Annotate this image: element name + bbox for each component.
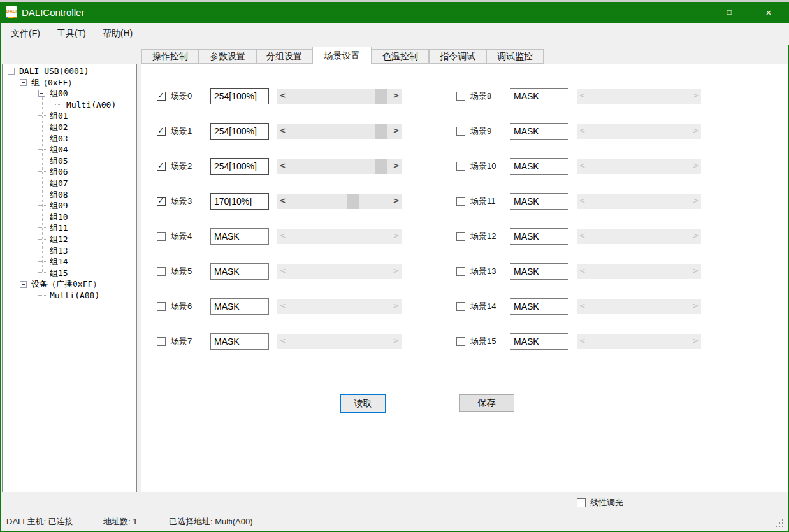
scroll-left-icon[interactable]: < <box>577 334 588 349</box>
scene-3-checkbox[interactable]: ✓ <box>157 197 166 206</box>
scroll-right-icon[interactable]: > <box>690 194 701 209</box>
scene-13-value-input[interactable] <box>510 263 568 280</box>
tree-node-12[interactable]: 组09 <box>3 200 136 212</box>
scroll-left-icon[interactable]: < <box>577 194 588 209</box>
scene-12-value-input[interactable] <box>510 228 568 245</box>
tab-5[interactable]: 指令调试 <box>429 49 486 64</box>
scene-2-slider-thumb[interactable] <box>375 159 387 174</box>
scene-5-checkbox[interactable] <box>157 267 166 276</box>
scroll-left-icon[interactable]: < <box>577 264 588 279</box>
scroll-right-icon[interactable]: > <box>690 299 701 314</box>
tree-node-1[interactable]: 组（0xFF） <box>3 77 136 89</box>
scroll-right-icon[interactable]: > <box>391 264 402 279</box>
scene-0-value-input[interactable] <box>210 88 269 104</box>
scene-6-value-input[interactable] <box>210 298 269 315</box>
scroll-left-icon[interactable]: < <box>577 229 588 244</box>
scroll-left-icon[interactable]: < <box>577 159 588 174</box>
scene-10-checkbox[interactable] <box>456 162 465 171</box>
tree-node-15[interactable]: 组12 <box>3 234 136 245</box>
tree-node-9[interactable]: 组06 <box>3 166 136 178</box>
tree-node-2[interactable]: 组00 <box>3 88 136 99</box>
scene-0-slider[interactable]: <> <box>277 89 402 104</box>
tree-collapse-icon[interactable] <box>38 90 45 97</box>
scroll-right-icon[interactable]: > <box>391 159 402 174</box>
scene-5-value-input[interactable] <box>210 263 269 280</box>
device-tree[interactable]: DALI USB(0001)组（0xFF）组00Multi(A00)组01组02… <box>2 64 137 492</box>
menu-item-0[interactable]: 文件(F) <box>3 23 48 44</box>
tree-node-5[interactable]: 组02 <box>3 122 136 133</box>
scroll-right-icon[interactable]: > <box>690 229 701 244</box>
scene-7-checkbox[interactable] <box>157 337 166 346</box>
tree-node-4[interactable]: 组01 <box>3 110 136 122</box>
tree-collapse-icon[interactable] <box>20 79 27 86</box>
resize-grip[interactable] <box>775 519 784 528</box>
scene-6-checkbox[interactable] <box>157 302 166 311</box>
scene-9-checkbox[interactable] <box>456 127 465 136</box>
tab-0[interactable]: 操作控制 <box>141 49 199 64</box>
scroll-right-icon[interactable]: > <box>391 89 402 104</box>
linear-dimming-checkbox[interactable] <box>577 498 586 507</box>
scroll-right-icon[interactable]: > <box>690 159 701 174</box>
scroll-left-icon[interactable]: < <box>577 89 588 104</box>
scene-8-value-input[interactable] <box>510 88 568 104</box>
scene-10-value-input[interactable] <box>510 158 568 175</box>
close-button-icon[interactable]: × <box>754 2 783 23</box>
tree-node-11[interactable]: 组08 <box>3 189 136 201</box>
scene-1-slider[interactable]: <> <box>277 124 402 139</box>
scene-14-checkbox[interactable] <box>456 302 465 311</box>
scroll-right-icon[interactable]: > <box>391 334 402 349</box>
scroll-left-icon[interactable]: < <box>577 299 588 314</box>
scene-2-checkbox[interactable]: ✓ <box>157 162 166 171</box>
scroll-left-icon[interactable]: < <box>277 159 288 174</box>
tree-node-3[interactable]: Multi(A00) <box>3 99 136 111</box>
scene-13-checkbox[interactable] <box>456 267 465 276</box>
scroll-right-icon[interactable]: > <box>391 229 402 244</box>
scene-4-checkbox[interactable] <box>157 232 166 241</box>
minimize-button-icon[interactable]: — <box>682 2 711 23</box>
scene-7-value-input[interactable] <box>210 333 269 350</box>
scene-12-checkbox[interactable] <box>456 232 465 241</box>
maximize-button-icon[interactable]: □ <box>714 2 744 23</box>
save-button[interactable]: 保存 <box>459 394 514 412</box>
scene-0-checkbox[interactable]: ✓ <box>157 92 166 101</box>
scroll-right-icon[interactable]: > <box>391 194 402 209</box>
scene-1-value-input[interactable] <box>210 123 269 140</box>
scroll-left-icon[interactable]: < <box>277 334 288 349</box>
tree-collapse-icon[interactable] <box>20 281 27 288</box>
scene-2-value-input[interactable] <box>210 158 269 175</box>
scroll-left-icon[interactable]: < <box>277 264 288 279</box>
scene-3-value-input[interactable] <box>210 193 269 210</box>
scene-4-value-input[interactable] <box>210 228 269 245</box>
scroll-left-icon[interactable]: < <box>277 194 288 209</box>
scroll-right-icon[interactable]: > <box>690 124 701 139</box>
scene-11-value-input[interactable] <box>510 193 568 210</box>
scene-1-slider-thumb[interactable] <box>375 124 387 139</box>
scroll-left-icon[interactable]: < <box>277 89 288 104</box>
scroll-left-icon[interactable]: < <box>277 299 288 314</box>
scroll-left-icon[interactable]: < <box>277 124 288 139</box>
tree-node-14[interactable]: 组11 <box>3 222 136 234</box>
tab-3[interactable]: 场景设置 <box>312 47 372 64</box>
scene-11-checkbox[interactable] <box>456 197 465 206</box>
tree-node-8[interactable]: 组05 <box>3 155 136 167</box>
menu-item-2[interactable]: 帮助(H) <box>94 23 141 44</box>
scene-0-slider-thumb[interactable] <box>375 89 387 104</box>
tree-node-16[interactable]: 组13 <box>3 245 136 257</box>
scene-15-value-input[interactable] <box>510 333 568 350</box>
scene-8-checkbox[interactable] <box>456 92 465 101</box>
tab-6[interactable]: 调试监控 <box>486 49 544 64</box>
scene-3-slider-thumb[interactable] <box>347 194 359 209</box>
scene-15-checkbox[interactable] <box>456 337 465 346</box>
tree-node-20[interactable]: Multi(A00) <box>3 290 136 301</box>
scene-14-value-input[interactable] <box>510 298 568 315</box>
scroll-right-icon[interactable]: > <box>690 334 701 349</box>
tree-collapse-icon[interactable] <box>8 68 15 75</box>
tree-node-17[interactable]: 组14 <box>3 256 136 268</box>
tab-4[interactable]: 色温控制 <box>372 49 429 64</box>
scroll-left-icon[interactable]: < <box>577 124 588 139</box>
scroll-right-icon[interactable]: > <box>690 264 701 279</box>
tree-node-19[interactable]: 设备（广播0xFF） <box>3 278 136 290</box>
scene-9-value-input[interactable] <box>510 123 568 140</box>
scroll-right-icon[interactable]: > <box>391 299 402 314</box>
tab-2[interactable]: 分组设置 <box>256 49 312 64</box>
